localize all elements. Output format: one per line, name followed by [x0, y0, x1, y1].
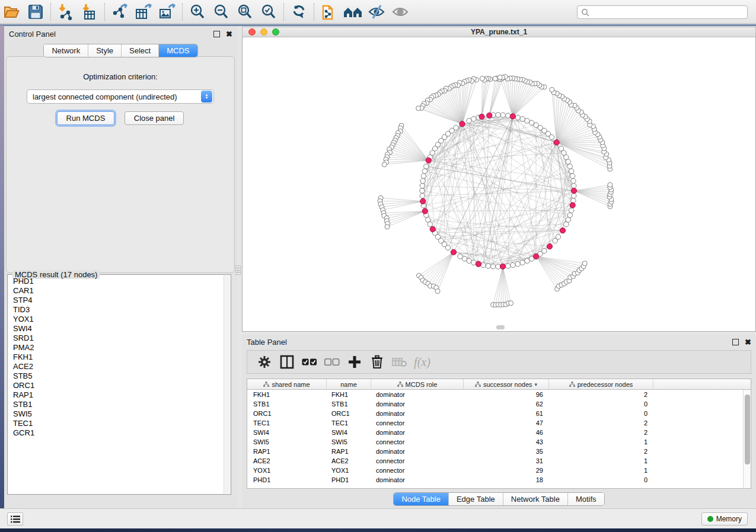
graph-node[interactable]: [510, 114, 515, 119]
graph-node[interactable]: [430, 226, 435, 232]
node-table[interactable]: shared namenameMCDS rolesuccessor nodes▾…: [247, 379, 751, 489]
graph-node[interactable]: [509, 301, 513, 306]
tab-network[interactable]: Network: [44, 44, 88, 57]
mcds-result-item[interactable]: TEC1: [8, 419, 223, 428]
task-history-button[interactable]: [7, 512, 23, 525]
add-column-icon[interactable]: [343, 352, 366, 372]
close-panel-icon[interactable]: ✖: [226, 31, 232, 37]
graph-node[interactable]: [420, 183, 425, 188]
tab-style[interactable]: Style: [88, 44, 121, 57]
graph-node[interactable]: [435, 289, 440, 294]
column-header-MCDS-role[interactable]: MCDS role: [371, 379, 464, 389]
graph-node[interactable]: [608, 182, 613, 187]
close-table-panel-icon[interactable]: ✖: [745, 339, 751, 345]
column-header-successor-nodes[interactable]: successor nodes▾: [464, 379, 549, 389]
graph-node[interactable]: [564, 222, 569, 226]
graph-node[interactable]: [497, 75, 502, 79]
table-row-TEC1[interactable]: TEC1TEC1connector472: [247, 418, 751, 428]
table-row-FKH1[interactable]: FKH1FKH1dominator962: [247, 390, 751, 399]
import-table-icon[interactable]: [78, 2, 101, 22]
graph-node[interactable]: [570, 203, 575, 208]
graph-node[interactable]: [479, 114, 484, 119]
graph-node[interactable]: [500, 113, 505, 117]
zoom-fit-icon[interactable]: [233, 2, 257, 22]
graph-node[interactable]: [566, 217, 570, 222]
graph-node[interactable]: [462, 257, 467, 261]
graph-node[interactable]: [525, 258, 529, 263]
deselect-all-checkboxes-icon[interactable]: [321, 352, 343, 372]
mcds-list-scrollbar[interactable]: [224, 275, 230, 493]
graph-node[interactable]: [480, 76, 484, 81]
table-row-SWI5[interactable]: SWI5SWI5connector431: [247, 437, 751, 447]
import-network-icon[interactable]: [54, 2, 78, 22]
graph-node[interactable]: [467, 258, 471, 263]
table-row-ACE2[interactable]: ACE2ACE2connector311: [247, 456, 751, 466]
graph-node[interactable]: [525, 118, 529, 123]
mcds-result-item[interactable]: GCR1: [8, 428, 223, 438]
graph-node[interactable]: [471, 117, 476, 121]
graph-node[interactable]: [569, 169, 573, 174]
mcds-result-item[interactable]: YOX1: [8, 315, 223, 324]
search-box[interactable]: [577, 5, 748, 19]
network-canvas[interactable]: [242, 37, 756, 332]
graph-node[interactable]: [416, 106, 421, 111]
column-header-name[interactable]: name: [327, 379, 371, 389]
graph-node[interactable]: [571, 178, 576, 183]
graph-node[interactable]: [426, 217, 430, 222]
graph-node[interactable]: [424, 164, 429, 169]
graph-node[interactable]: [582, 261, 587, 266]
graph-node[interactable]: [385, 225, 390, 229]
mcds-result-item[interactable]: CAR1: [8, 286, 223, 296]
export-image-icon[interactable]: [155, 2, 179, 22]
column-header-predecessor-nodes[interactable]: predecessor nodes: [549, 379, 653, 389]
graph-node[interactable]: [520, 117, 525, 121]
save-icon[interactable]: [24, 2, 47, 22]
graph-node[interactable]: [486, 264, 490, 268]
graph-node[interactable]: [506, 113, 511, 118]
close-panel-button[interactable]: Close panel: [125, 111, 184, 125]
graph-node[interactable]: [420, 193, 425, 198]
export-network-icon[interactable]: [108, 2, 132, 22]
zoom-out-icon[interactable]: [209, 2, 233, 22]
graph-node[interactable]: [420, 188, 425, 193]
table-row-YOX1[interactable]: YOX1YOX1connector291: [247, 466, 751, 475]
graph-node[interactable]: [515, 115, 520, 120]
graph-node[interactable]: [569, 208, 573, 213]
graph-node[interactable]: [422, 209, 428, 214]
table-row-RAP1[interactable]: RAP1RAP1dominator352: [247, 447, 751, 456]
table-row-ORC1[interactable]: ORC1ORC1dominator610: [247, 409, 751, 418]
network-hscrollbar-thumb[interactable]: [496, 325, 505, 329]
graph-node[interactable]: [496, 264, 500, 269]
table-row-STB1[interactable]: STB1STB1dominator620: [247, 399, 751, 409]
search-input[interactable]: [589, 8, 744, 17]
mcds-result-item[interactable]: PHD1: [8, 277, 223, 286]
mcds-result-item[interactable]: SWI4: [8, 324, 223, 334]
graph-node[interactable]: [476, 261, 481, 267]
graph-node[interactable]: [511, 262, 515, 267]
graph-node[interactable]: [506, 264, 511, 268]
refresh-icon[interactable]: [287, 2, 311, 22]
graph-node[interactable]: [420, 198, 426, 204]
mcds-result-item[interactable]: STP4: [8, 296, 223, 305]
graph-node[interactable]: [493, 76, 497, 81]
graph-node[interactable]: [542, 248, 547, 253]
mcds-result-item[interactable]: RAP1: [8, 390, 223, 400]
graph-node[interactable]: [547, 243, 552, 249]
new-network-from-selection-icon[interactable]: [317, 2, 341, 22]
graph-node[interactable]: [567, 213, 572, 217]
open-file-icon[interactable]: [0, 2, 24, 22]
table-row-PHD1[interactable]: PHD1PHD1dominator180: [247, 475, 751, 485]
mcds-result-item[interactable]: ORC1: [8, 381, 223, 390]
delete-column-icon[interactable]: [366, 352, 388, 372]
table-row-SWI4[interactable]: SWI4SWI4dominator462: [247, 428, 751, 437]
tab-edge-table[interactable]: Edge Table: [448, 493, 503, 505]
network-window-titlebar[interactable]: YPA_prune.txt_1: [242, 27, 756, 37]
select-all-checkboxes-icon[interactable]: [298, 352, 321, 372]
graph-node[interactable]: [556, 235, 560, 239]
float-table-panel-icon[interactable]: [732, 339, 739, 345]
mcds-result-item[interactable]: TID3: [8, 305, 223, 315]
show-all-icon[interactable]: [388, 2, 412, 22]
graph-node[interactable]: [487, 113, 492, 118]
tab-node-table[interactable]: Node Table: [394, 493, 448, 505]
first-neighbors-icon[interactable]: [341, 2, 365, 22]
